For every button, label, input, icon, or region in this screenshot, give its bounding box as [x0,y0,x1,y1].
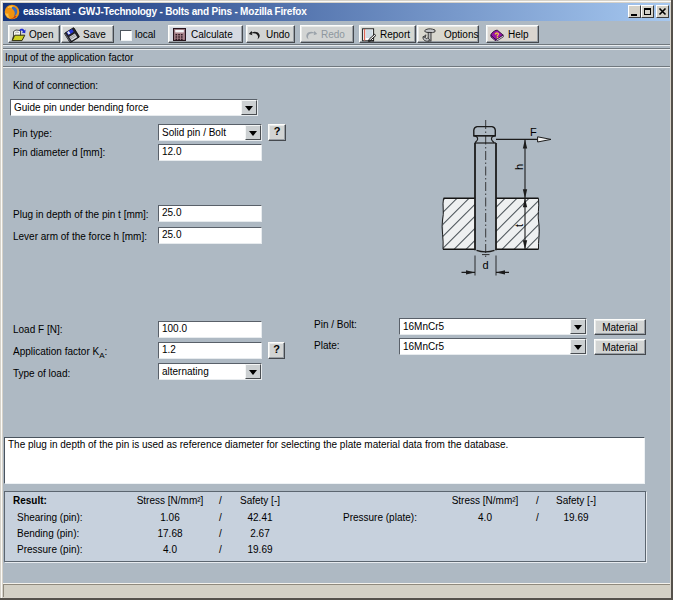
svg-text:h: h [513,164,525,170]
svg-text:d: d [483,259,489,271]
svg-text:F: F [530,126,537,138]
svg-text:t: t [513,224,525,227]
